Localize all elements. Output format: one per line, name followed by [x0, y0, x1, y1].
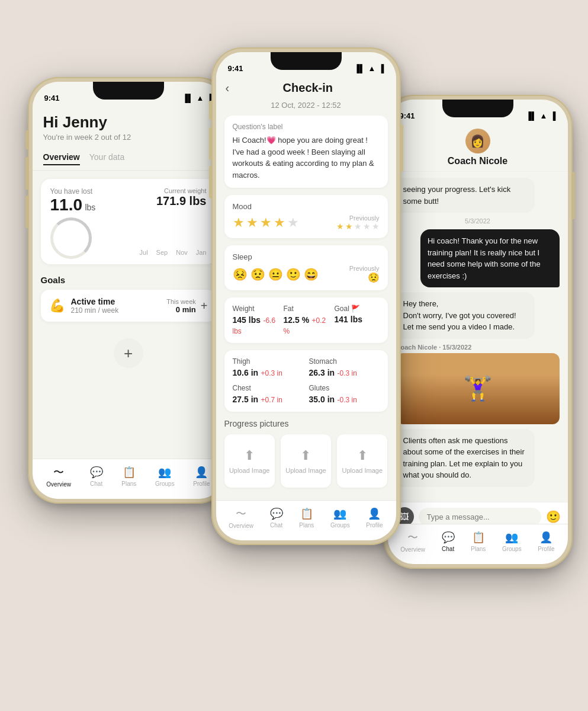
battery-icon-2: ▐	[378, 64, 384, 73]
upload-box-1[interactable]: ⬆ Upload Image	[224, 434, 275, 488]
back-button[interactable]: ‹	[226, 81, 230, 95]
thigh-label: Thigh	[233, 357, 303, 366]
mute-button[interactable]	[25, 130, 28, 149]
metrics-section: Weight 145 lbs -6.6 lbs Fat 12.5 %	[224, 297, 388, 343]
volume-down-button-2[interactable]	[209, 166, 211, 198]
nav-overview[interactable]: 〜 Overview	[46, 465, 71, 488]
msg-2: Hi coach! Thank you for the new training…	[420, 229, 560, 287]
nav-plans-2[interactable]: 📋 Plans	[299, 507, 314, 529]
nav-groups-3[interactable]: 👥 Groups	[502, 531, 522, 552]
star-3: ★	[260, 215, 272, 230]
nav-overview-3[interactable]: 〜 Overview	[400, 530, 425, 553]
current-weight: Current weight 171.9 lbs	[156, 187, 207, 208]
nav-chat-3[interactable]: 💬 Chat	[442, 531, 455, 552]
nav-profile[interactable]: 👤 Profile	[193, 466, 210, 487]
sleep-prev-label: Previously	[349, 265, 380, 272]
power-button-3[interactable]	[573, 172, 575, 219]
mute-button-2[interactable]	[209, 101, 211, 120]
add-goal-icon[interactable]: +	[201, 299, 208, 313]
status-time: 9:41	[44, 94, 60, 103]
goal-card: 💪 Active time 210 min / week This week 0…	[41, 290, 216, 322]
upload-icon-3: ⬆	[357, 448, 368, 463]
nav-chat[interactable]: 💬 Chat	[90, 466, 103, 487]
checkin-qa-section: Question's label Hi Coach!💗 hope you are…	[224, 116, 388, 188]
message-input[interactable]	[419, 508, 541, 526]
sleep-emoji-2: 😟	[250, 267, 265, 281]
volume-up-button[interactable]	[25, 157, 28, 190]
volume-down-button[interactable]	[25, 196, 28, 228]
prev-star-5: ★	[372, 222, 380, 231]
wifi-icon-3: ▲	[539, 111, 547, 120]
overview-screen: 9:41 ▐▌ ▲ ▐ Hi Jenny You're in week 2 ou…	[33, 82, 224, 499]
nav-overview-2[interactable]: 〜 Overview	[229, 507, 253, 529]
status-icons: ▐▌ ▲ ▐	[182, 94, 213, 103]
status-time-2: 9:41	[228, 64, 243, 73]
msg-3: Hey there, Don't worry, I've got you cov…	[396, 292, 535, 339]
add-button[interactable]: +	[114, 338, 143, 368]
nav-groups-2[interactable]: 👥 Groups	[330, 507, 350, 529]
overview-tabs: Overview Your data	[33, 148, 224, 171]
chat-icon-3: 💬	[442, 531, 455, 544]
chart-circle	[50, 217, 92, 259]
nav-overview-label-3: Overview	[400, 546, 425, 553]
nav-plans-label: Plans	[121, 481, 136, 487]
chart-label-sep: Sep	[156, 249, 168, 256]
sleep-emoji-4: 🙂	[286, 267, 301, 281]
weight-lost-value: 11.0	[50, 196, 83, 214]
phone-checkin: 9:41 ▐▌ ▲ ▐ ‹ Check-in 12 Oct, 2022 - 12…	[211, 47, 401, 545]
power-button-2[interactable]	[401, 124, 403, 172]
tab-your-data[interactable]: Your data	[89, 152, 124, 165]
nav-plans-3[interactable]: 📋 Plans	[471, 531, 486, 552]
thigh-metric: Thigh 10.6 in +0.3 in	[233, 357, 303, 378]
tab-overview[interactable]: Overview	[43, 152, 80, 165]
bottom-nav: 〜 Overview 💬 Chat 📋 Plans 👥 Groups	[33, 459, 224, 499]
phone1-screen: 9:41 ▐▌ ▲ ▐ Hi Jenny You're in week 2 ou…	[33, 82, 224, 499]
profile-icon: 👤	[195, 466, 208, 479]
greeting-title: Hi Jenny	[43, 113, 214, 132]
goal-metric-label: Goal 🚩	[335, 305, 380, 313]
checkin-title: Check-in	[229, 81, 386, 95]
video-thumbnail[interactable]: 🏋️‍♀️	[396, 353, 560, 424]
fat-value: 12.5 %	[284, 315, 310, 325]
profile-icon-3: 👤	[539, 531, 552, 544]
upload-box-2[interactable]: ⬆ Upload Image	[281, 434, 331, 488]
checkin-answer: Hi Coach!💗 hope you are doing great ! I'…	[233, 134, 380, 181]
nav-plans[interactable]: 📋 Plans	[121, 466, 136, 487]
prev-star-1: ★	[336, 222, 344, 231]
status-icons-2: ▐▌ ▲ ▐	[354, 64, 384, 73]
upload-box-3[interactable]: ⬆ Upload Image	[337, 434, 387, 488]
progress-pics-label: Progress pictures	[224, 419, 388, 428]
flag-icon: 🚩	[351, 305, 360, 313]
groups-icon: 👥	[158, 466, 171, 479]
weight-card: You have lost 11.0 lbs Current weight 17…	[41, 179, 216, 264]
emoji-button[interactable]: 🙂	[546, 510, 561, 524]
star-1: ★	[233, 215, 245, 230]
nav-groups-label: Groups	[155, 481, 175, 487]
chest-change: +0.7 in	[261, 396, 282, 404]
sleep-section: Sleep 😣 😟 😐 🙂 😄 Previously	[224, 245, 388, 290]
volume-up-button-2[interactable]	[209, 127, 211, 160]
current-weight-value: 171.9 lbs	[156, 194, 207, 208]
wifi-icon-2: ▲	[368, 64, 375, 73]
body-grid: Thigh 10.6 in +0.3 in Stomach 26.3 in	[233, 357, 380, 405]
weight-lost: You have lost 11.0 lbs	[50, 187, 96, 214]
stomach-value: 26.3 in	[309, 368, 335, 377]
progress-pics-section: Progress pictures ⬆ Upload Image ⬆ Uploa…	[224, 419, 388, 488]
goal-left: 💪 Active time 210 min / week	[49, 297, 119, 315]
goal-emoji: 💪	[49, 298, 65, 313]
prev-star-3: ★	[354, 222, 362, 231]
profile-icon-2: 👤	[368, 507, 381, 520]
phone3-screen: 9:41 ▐▌ ▲ ▐ 👩 Coach Nicole seeing your p…	[388, 100, 568, 564]
nav-groups[interactable]: 👥 Groups	[155, 466, 175, 487]
chest-metric: Chest 27.5 in +0.7 in	[233, 384, 303, 405]
coach-label: Coach Nicole · 15/3/2022	[396, 344, 560, 351]
nav-profile-2[interactable]: 👤 Profile	[366, 507, 383, 529]
nav-profile-3[interactable]: 👤 Profile	[538, 531, 554, 552]
mood-row: ★ ★ ★ ★ ★ Previously ★ ★	[233, 214, 380, 231]
prev-star-2: ★	[345, 222, 353, 231]
stomach-metric: Stomach 26.3 in -0.3 in	[309, 357, 380, 378]
nav-chat-2[interactable]: 💬 Chat	[270, 507, 283, 529]
fat-metric-values: 12.5 % +0.2 %	[284, 315, 329, 336]
thigh-value: 10.6 in	[233, 368, 259, 377]
thigh-change: +0.3 in	[261, 369, 282, 377]
